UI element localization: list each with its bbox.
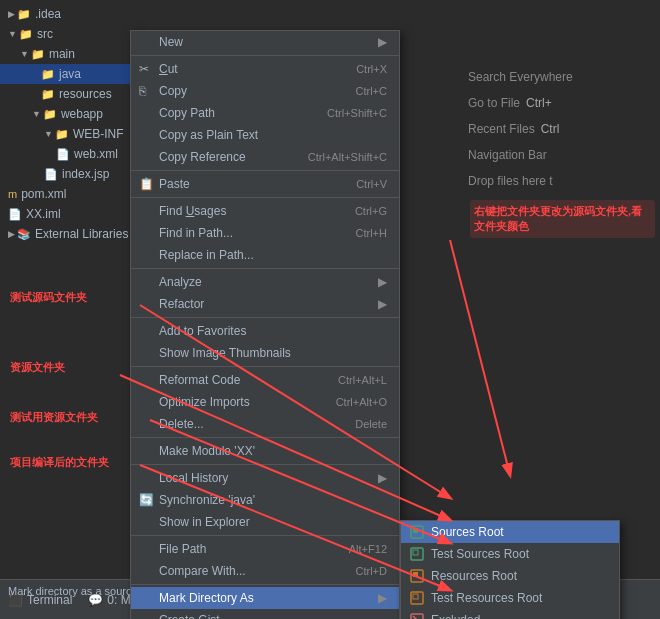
copy-path-shortcut: Ctrl+Shift+C [327, 107, 387, 119]
menu-optimize[interactable]: Optimize Imports Ctrl+Alt+O [131, 391, 399, 413]
menu-copy-path[interactable]: Copy Path Ctrl+Shift+C [131, 102, 399, 124]
submenu-arrow-mark: ▶ [378, 591, 387, 605]
menu-local-history-label: Local History [159, 471, 228, 485]
cut-shortcut: Ctrl+X [356, 63, 387, 75]
pom-icon: m [8, 188, 17, 200]
sep5 [131, 317, 399, 318]
sep2 [131, 170, 399, 171]
tree-label-pom: pom.xml [21, 187, 66, 201]
hint-drop: Drop files here t [468, 168, 652, 194]
menu-copy[interactable]: ⎘ Copy Ctrl+C [131, 80, 399, 102]
expand-arrow-main: ▼ [20, 49, 29, 59]
menu-mark-directory[interactable]: Mark Directory As ▶ [131, 587, 399, 609]
src-folder-icon: 📁 [19, 28, 33, 41]
menu-cut[interactable]: ✂ Cut Ctrl+X [131, 58, 399, 80]
menu-find-in-path[interactable]: Find in Path... Ctrl+H [131, 222, 399, 244]
menu-compare-with[interactable]: Compare With... Ctrl+D [131, 560, 399, 582]
expand-arrow-external: ▶ [8, 229, 15, 239]
sep3 [131, 197, 399, 198]
menu-make-module-label: Make Module 'XX' [159, 444, 255, 458]
tree-label-resources: resources [59, 87, 112, 101]
resources-label: Resources Root [431, 569, 517, 583]
hint-drop-label: Drop files here t [468, 168, 553, 194]
menu-refactor-label: Refactor [159, 297, 204, 311]
menu-paste-label: Paste [159, 177, 190, 191]
menu-make-module[interactable]: Make Module 'XX' [131, 440, 399, 462]
menu-add-favorites-label: Add to Favorites [159, 324, 246, 338]
tree-item-idea[interactable]: ▶ 📁 .idea [0, 4, 210, 24]
copy-shortcut: Ctrl+C [356, 85, 387, 97]
tree-label-webapp: webapp [61, 107, 103, 121]
menu-cut-label: Cut [159, 62, 178, 76]
excluded-icon [409, 612, 425, 619]
sources-root-label: Sources Root [431, 525, 504, 539]
webxml-icon: 📄 [56, 148, 70, 161]
menu-optimize-label: Optimize Imports [159, 395, 250, 409]
menu-new[interactable]: New ▶ [131, 31, 399, 53]
menu-reformat[interactable]: Reformat Code Ctrl+Alt+L [131, 369, 399, 391]
right-panel: Search Everywhere Go to File Ctrl+ Recen… [460, 60, 660, 198]
menu-copy-plain[interactable]: Copy as Plain Text [131, 124, 399, 146]
sep8 [131, 464, 399, 465]
test-resources-label: Test Resources Root [431, 591, 542, 605]
paste-shortcut: Ctrl+V [356, 178, 387, 190]
hint-goto-label: Go to File [468, 90, 520, 116]
iml-icon: 📄 [8, 208, 22, 221]
submenu-arrow-refactor: ▶ [378, 297, 387, 311]
submenu-test-resources[interactable]: Test Resources Root [401, 587, 619, 609]
webinf-folder-icon: 📁 [55, 128, 69, 141]
submenu-test-sources[interactable]: Test Sources Root [401, 543, 619, 565]
menu-show-thumbnails[interactable]: Show Image Thumbnails [131, 342, 399, 364]
menu-file-path[interactable]: File Path Alt+F12 [131, 538, 399, 560]
copy-ref-shortcut: Ctrl+Alt+Shift+C [308, 151, 387, 163]
cut-icon: ✂ [139, 62, 149, 76]
hint-goto: Go to File Ctrl+ [468, 90, 652, 116]
context-menu: New ▶ ✂ Cut Ctrl+X ⎘ Copy Ctrl+C Copy Pa… [130, 30, 400, 619]
menu-refactor[interactable]: Refactor ▶ [131, 293, 399, 315]
delete-shortcut: Delete [355, 418, 387, 430]
submenu-excluded[interactable]: Excluded [401, 609, 619, 619]
submenu-arrow-analyze: ▶ [378, 275, 387, 289]
sep9 [131, 535, 399, 536]
find-in-path-shortcut: Ctrl+H [356, 227, 387, 239]
hint-nav-label: Navigation Bar [468, 142, 547, 168]
tree-label-iml: XX.iml [26, 207, 61, 221]
menu-copy-plain-label: Copy as Plain Text [159, 128, 258, 142]
svg-rect-5 [413, 572, 418, 577]
menu-delete[interactable]: Delete... Delete [131, 413, 399, 435]
sep6 [131, 366, 399, 367]
hint-goto-key: Ctrl+ [526, 90, 552, 116]
menu-show-explorer[interactable]: Show in Explorer [131, 511, 399, 533]
menu-synchronize[interactable]: 🔄 Synchronize 'java' [131, 489, 399, 511]
webapp-folder-icon: 📁 [43, 108, 57, 121]
menu-local-history[interactable]: Local History ▶ [131, 467, 399, 489]
sources-root-icon [409, 524, 425, 540]
jsp-icon: 📄 [44, 168, 58, 181]
menu-find-usages[interactable]: Find Usages Ctrl+G [131, 200, 399, 222]
tree-label-java: java [59, 67, 81, 81]
menu-paste[interactable]: 📋 Paste Ctrl+V [131, 173, 399, 195]
sync-icon: 🔄 [139, 493, 154, 507]
tree-label-main: main [49, 47, 75, 61]
sep7 [131, 437, 399, 438]
hint-nav: Navigation Bar [468, 142, 652, 168]
hint-search-label: Search Everywhere [468, 64, 573, 90]
menu-reformat-label: Reformat Code [159, 373, 240, 387]
right-annotation-box: 右键把文件夹更改为源码文件夹,看文件夹颜色 [470, 200, 655, 238]
resources-folder-icon: 📁 [41, 88, 55, 101]
menu-show-thumbnails-label: Show Image Thumbnails [159, 346, 291, 360]
menu-copy-ref-label: Copy Reference [159, 150, 246, 164]
tree-label-index-jsp: index.jsp [62, 167, 109, 181]
menu-add-favorites[interactable]: Add to Favorites [131, 320, 399, 342]
menu-copy-label: Copy [159, 84, 187, 98]
menu-copy-ref[interactable]: Copy Reference Ctrl+Alt+Shift+C [131, 146, 399, 168]
submenu-sources-root[interactable]: Sources Root [401, 521, 619, 543]
menu-analyze[interactable]: Analyze ▶ [131, 271, 399, 293]
svg-line-11 [450, 240, 510, 475]
submenu-mark-directory: Sources Root Test Sources Root Resources… [400, 520, 620, 619]
copy-icon: ⎘ [139, 84, 146, 98]
submenu-resources[interactable]: Resources Root [401, 565, 619, 587]
menu-replace-in-path[interactable]: Replace in Path... [131, 244, 399, 266]
paste-icon: 📋 [139, 177, 154, 191]
menu-create-gist[interactable]: Create Gist [131, 609, 399, 619]
